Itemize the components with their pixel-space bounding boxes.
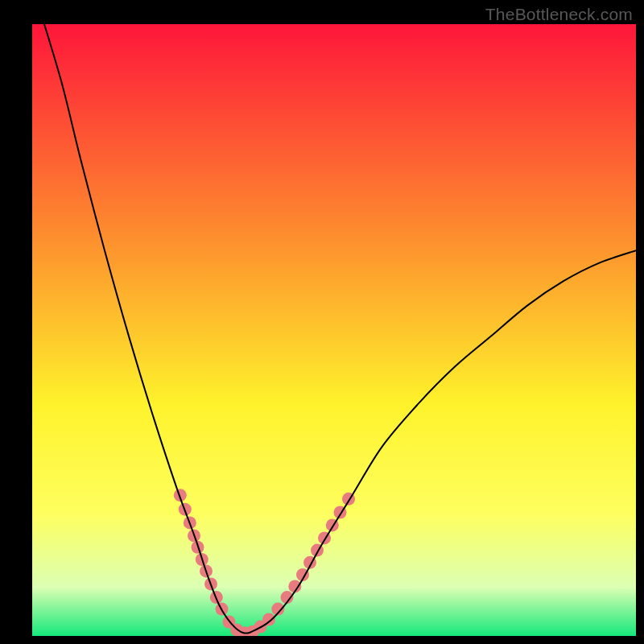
- watermark-label: TheBottleneck.com: [485, 5, 633, 24]
- gradient-background: [32, 24, 636, 636]
- marker-dot: [262, 613, 275, 626]
- plot-area: [32, 24, 636, 636]
- chart-container: TheBottleneck.com: [0, 0, 644, 644]
- chart-svg: [32, 24, 636, 636]
